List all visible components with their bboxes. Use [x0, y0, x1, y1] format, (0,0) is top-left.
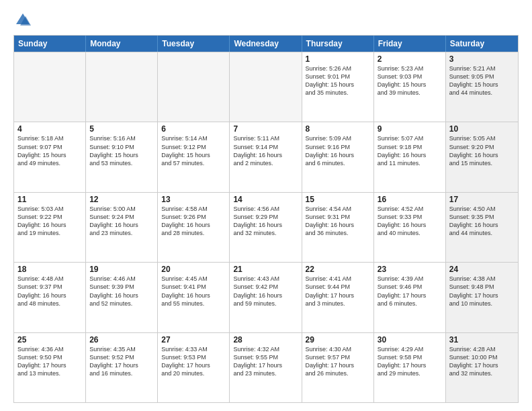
cal-cell: 19Sunrise: 4:46 AM Sunset: 9:39 PM Dayli… [86, 263, 158, 332]
cal-cell: 3Sunrise: 5:21 AM Sunset: 9:05 PM Daylig… [446, 52, 518, 122]
day-detail: Sunrise: 4:38 AM Sunset: 9:48 PM Dayligh… [449, 275, 515, 308]
day-number: 4 [17, 124, 82, 134]
cal-cell: 24Sunrise: 4:38 AM Sunset: 9:48 PM Dayli… [446, 263, 518, 332]
day-detail: Sunrise: 4:36 AM Sunset: 9:50 PM Dayligh… [17, 345, 82, 378]
day-number: 17 [449, 195, 515, 204]
cal-cell: 31Sunrise: 4:28 AM Sunset: 10:00 PM Dayl… [446, 333, 518, 402]
cal-cell: 21Sunrise: 4:43 AM Sunset: 9:42 PM Dayli… [230, 263, 302, 332]
day-number: 16 [378, 195, 442, 204]
day-number: 2 [378, 54, 442, 64]
day-number: 10 [449, 124, 515, 134]
day-detail: Sunrise: 4:30 AM Sunset: 9:57 PM Dayligh… [306, 345, 370, 378]
day-number: 1 [306, 54, 370, 64]
day-number: 20 [161, 265, 226, 274]
logo [13, 11, 35, 30]
day-detail: Sunrise: 4:29 AM Sunset: 9:58 PM Dayligh… [378, 345, 442, 378]
cal-cell: 9Sunrise: 5:07 AM Sunset: 9:18 PM Daylig… [374, 122, 446, 191]
day-number: 3 [449, 54, 515, 64]
cal-header-tuesday: Tuesday [158, 36, 230, 52]
day-detail: Sunrise: 5:03 AM Sunset: 9:22 PM Dayligh… [17, 205, 82, 238]
day-number: 8 [306, 124, 370, 134]
day-number: 27 [161, 335, 226, 345]
day-number: 25 [17, 335, 82, 345]
day-detail: Sunrise: 4:56 AM Sunset: 9:29 PM Dayligh… [233, 205, 298, 238]
day-detail: Sunrise: 4:52 AM Sunset: 9:33 PM Dayligh… [378, 205, 442, 238]
day-number: 14 [233, 195, 298, 204]
calendar: SundayMondayTuesdayWednesdayThursdayFrid… [13, 35, 519, 403]
day-number: 24 [449, 265, 515, 274]
cal-cell [14, 52, 86, 122]
cal-cell [230, 52, 302, 122]
cal-cell: 25Sunrise: 4:36 AM Sunset: 9:50 PM Dayli… [14, 333, 86, 402]
day-detail: Sunrise: 5:09 AM Sunset: 9:16 PM Dayligh… [306, 134, 370, 167]
day-detail: Sunrise: 5:11 AM Sunset: 9:14 PM Dayligh… [233, 134, 298, 167]
day-detail: Sunrise: 5:07 AM Sunset: 9:18 PM Dayligh… [378, 134, 442, 167]
day-detail: Sunrise: 4:33 AM Sunset: 9:53 PM Dayligh… [161, 345, 226, 378]
cal-header-monday: Monday [86, 36, 158, 52]
day-detail: Sunrise: 4:46 AM Sunset: 9:39 PM Dayligh… [89, 275, 154, 308]
day-detail: Sunrise: 4:32 AM Sunset: 9:55 PM Dayligh… [233, 345, 298, 378]
day-detail: Sunrise: 4:41 AM Sunset: 9:44 PM Dayligh… [306, 275, 370, 308]
day-detail: Sunrise: 4:43 AM Sunset: 9:42 PM Dayligh… [233, 275, 298, 308]
day-number: 9 [378, 124, 442, 134]
cal-cell: 11Sunrise: 5:03 AM Sunset: 9:22 PM Dayli… [14, 193, 86, 262]
cal-cell: 14Sunrise: 4:56 AM Sunset: 9:29 PM Dayli… [230, 193, 302, 262]
day-detail: Sunrise: 4:35 AM Sunset: 9:52 PM Dayligh… [89, 345, 154, 378]
day-number: 15 [306, 195, 370, 204]
day-number: 30 [378, 335, 442, 345]
day-detail: Sunrise: 4:54 AM Sunset: 9:31 PM Dayligh… [306, 205, 370, 238]
cal-cell: 30Sunrise: 4:29 AM Sunset: 9:58 PM Dayli… [374, 333, 446, 402]
cal-cell: 13Sunrise: 4:58 AM Sunset: 9:26 PM Dayli… [158, 193, 230, 262]
cal-cell: 28Sunrise: 4:32 AM Sunset: 9:55 PM Dayli… [230, 333, 302, 402]
cal-cell: 17Sunrise: 4:50 AM Sunset: 9:35 PM Dayli… [446, 193, 518, 262]
day-detail: Sunrise: 4:58 AM Sunset: 9:26 PM Dayligh… [161, 205, 226, 238]
cal-cell [86, 52, 158, 122]
day-number: 6 [161, 124, 226, 134]
day-detail: Sunrise: 4:45 AM Sunset: 9:41 PM Dayligh… [161, 275, 226, 308]
cal-cell: 10Sunrise: 5:05 AM Sunset: 9:20 PM Dayli… [446, 122, 518, 191]
cal-cell: 1Sunrise: 5:26 AM Sunset: 9:01 PM Daylig… [302, 52, 374, 122]
day-number: 21 [233, 265, 298, 274]
day-detail: Sunrise: 5:16 AM Sunset: 9:10 PM Dayligh… [89, 134, 154, 167]
cal-cell: 5Sunrise: 5:16 AM Sunset: 9:10 PM Daylig… [86, 122, 158, 191]
cal-row-4: 25Sunrise: 4:36 AM Sunset: 9:50 PM Dayli… [14, 332, 518, 402]
cal-cell: 29Sunrise: 4:30 AM Sunset: 9:57 PM Dayli… [302, 333, 374, 402]
day-number: 7 [233, 124, 298, 134]
cal-row-1: 4Sunrise: 5:18 AM Sunset: 9:07 PM Daylig… [14, 122, 518, 191]
day-detail: Sunrise: 5:21 AM Sunset: 9:05 PM Dayligh… [449, 64, 515, 97]
cal-row-0: 1Sunrise: 5:26 AM Sunset: 9:01 PM Daylig… [14, 52, 518, 122]
cal-row-2: 11Sunrise: 5:03 AM Sunset: 9:22 PM Dayli… [14, 192, 518, 262]
day-detail: Sunrise: 4:48 AM Sunset: 9:37 PM Dayligh… [17, 275, 82, 308]
cal-cell: 4Sunrise: 5:18 AM Sunset: 9:07 PM Daylig… [14, 122, 86, 191]
day-detail: Sunrise: 5:26 AM Sunset: 9:01 PM Dayligh… [306, 64, 370, 97]
day-number: 26 [89, 335, 154, 345]
cal-header-sunday: Sunday [14, 36, 86, 52]
cal-cell: 15Sunrise: 4:54 AM Sunset: 9:31 PM Dayli… [302, 193, 374, 262]
cal-cell [158, 52, 230, 122]
day-number: 5 [89, 124, 154, 134]
day-number: 22 [306, 265, 370, 274]
cal-cell: 26Sunrise: 4:35 AM Sunset: 9:52 PM Dayli… [86, 333, 158, 402]
day-number: 29 [306, 335, 370, 345]
calendar-header: SundayMondayTuesdayWednesdayThursdayFrid… [14, 36, 518, 52]
cal-cell: 16Sunrise: 4:52 AM Sunset: 9:33 PM Dayli… [374, 193, 446, 262]
calendar-body: 1Sunrise: 5:26 AM Sunset: 9:01 PM Daylig… [14, 52, 518, 402]
cal-header-friday: Friday [374, 36, 446, 52]
day-detail: Sunrise: 5:18 AM Sunset: 9:07 PM Dayligh… [17, 134, 82, 167]
day-detail: Sunrise: 4:28 AM Sunset: 10:00 PM Daylig… [449, 345, 515, 378]
day-detail: Sunrise: 4:50 AM Sunset: 9:35 PM Dayligh… [449, 205, 515, 238]
cal-cell: 12Sunrise: 5:00 AM Sunset: 9:24 PM Dayli… [86, 193, 158, 262]
day-number: 28 [233, 335, 298, 345]
cal-header-saturday: Saturday [446, 36, 518, 52]
cal-cell: 7Sunrise: 5:11 AM Sunset: 9:14 PM Daylig… [230, 122, 302, 191]
day-number: 12 [89, 195, 154, 204]
cal-header-thursday: Thursday [302, 36, 374, 52]
day-number: 31 [449, 335, 515, 345]
cal-cell: 18Sunrise: 4:48 AM Sunset: 9:37 PM Dayli… [14, 263, 86, 332]
page: SundayMondayTuesdayWednesdayThursdayFrid… [0, 0, 532, 411]
cal-header-wednesday: Wednesday [230, 36, 302, 52]
day-detail: Sunrise: 5:05 AM Sunset: 9:20 PM Dayligh… [449, 134, 515, 167]
day-detail: Sunrise: 5:00 AM Sunset: 9:24 PM Dayligh… [89, 205, 154, 238]
day-number: 19 [89, 265, 154, 274]
day-number: 23 [378, 265, 442, 274]
